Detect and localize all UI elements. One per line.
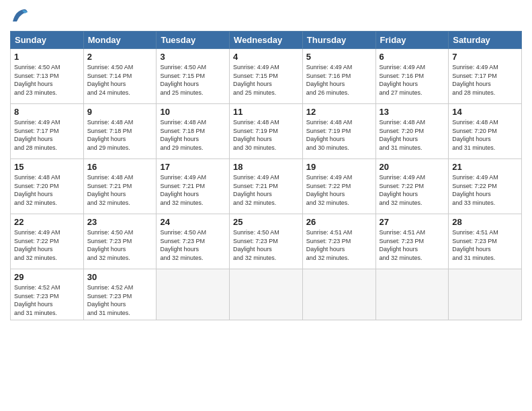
day-number: 23 (87, 217, 153, 227)
calendar-cell: 28 Sunrise: 4:51 AM Sunset: 7:23 PM Dayl… (449, 214, 522, 269)
day-info: Sunrise: 4:48 AM Sunset: 7:21 PM Dayligh… (87, 173, 153, 207)
header (10, 7, 522, 26)
day-number: 10 (160, 107, 226, 117)
day-info: Sunrise: 4:50 AM Sunset: 7:15 PM Dayligh… (160, 63, 226, 97)
calendar-cell: 15 Sunrise: 4:48 AM Sunset: 7:20 PM Dayl… (11, 159, 84, 214)
day-number: 20 (380, 162, 445, 172)
day-number: 25 (233, 217, 299, 227)
day-info: Sunrise: 4:49 AM Sunset: 7:15 PM Dayligh… (233, 63, 299, 97)
day-number: 22 (14, 217, 80, 227)
day-number: 5 (306, 52, 372, 62)
day-number: 19 (306, 162, 372, 172)
calendar-cell: 8 Sunrise: 4:49 AM Sunset: 7:17 PM Dayli… (11, 104, 84, 159)
day-info: Sunrise: 4:50 AM Sunset: 7:14 PM Dayligh… (87, 63, 153, 97)
weekday-header-thursday: Thursday (302, 32, 375, 49)
calendar-cell: 25 Sunrise: 4:50 AM Sunset: 7:23 PM Dayl… (230, 214, 303, 269)
day-number: 16 (87, 162, 153, 172)
calendar-cell: 7 Sunrise: 4:49 AM Sunset: 7:17 PM Dayli… (449, 49, 522, 104)
day-info: Sunrise: 4:51 AM Sunset: 7:23 PM Dayligh… (380, 228, 445, 262)
day-info: Sunrise: 4:48 AM Sunset: 7:19 PM Dayligh… (233, 118, 299, 152)
day-info: Sunrise: 4:49 AM Sunset: 7:22 PM Dayligh… (452, 173, 518, 207)
calendar-cell (230, 269, 303, 320)
day-info: Sunrise: 4:48 AM Sunset: 7:18 PM Dayligh… (87, 118, 153, 152)
calendar-cell: 12 Sunrise: 4:48 AM Sunset: 7:19 PM Dayl… (302, 104, 375, 159)
day-info: Sunrise: 4:48 AM Sunset: 7:20 PM Dayligh… (14, 173, 80, 207)
calendar-cell: 27 Sunrise: 4:51 AM Sunset: 7:23 PM Dayl… (375, 214, 449, 269)
day-info: Sunrise: 4:48 AM Sunset: 7:18 PM Dayligh… (160, 118, 226, 152)
calendar-cell: 13 Sunrise: 4:48 AM Sunset: 7:20 PM Dayl… (375, 104, 449, 159)
day-info: Sunrise: 4:49 AM Sunset: 7:16 PM Dayligh… (306, 63, 372, 97)
day-info: Sunrise: 4:49 AM Sunset: 7:22 PM Dayligh… (306, 173, 372, 207)
calendar-cell: 29 Sunrise: 4:52 AM Sunset: 7:23 PM Dayl… (11, 269, 84, 320)
calendar-cell: 6 Sunrise: 4:49 AM Sunset: 7:16 PM Dayli… (375, 49, 449, 104)
day-number: 3 (160, 52, 226, 62)
calendar-cell: 18 Sunrise: 4:49 AM Sunset: 7:21 PM Dayl… (230, 159, 303, 214)
calendar-cell: 3 Sunrise: 4:50 AM Sunset: 7:15 PM Dayli… (157, 49, 230, 104)
day-info: Sunrise: 4:48 AM Sunset: 7:19 PM Dayligh… (306, 118, 372, 152)
calendar-cell: 11 Sunrise: 4:48 AM Sunset: 7:19 PM Dayl… (230, 104, 303, 159)
calendar-cell: 14 Sunrise: 4:48 AM Sunset: 7:20 PM Dayl… (449, 104, 522, 159)
calendar-cell: 4 Sunrise: 4:49 AM Sunset: 7:15 PM Dayli… (230, 49, 303, 104)
day-info: Sunrise: 4:52 AM Sunset: 7:23 PM Dayligh… (14, 283, 80, 317)
calendar-cell: 5 Sunrise: 4:49 AM Sunset: 7:16 PM Dayli… (302, 49, 375, 104)
day-info: Sunrise: 4:49 AM Sunset: 7:17 PM Dayligh… (452, 63, 518, 97)
day-number: 1 (14, 52, 80, 62)
weekday-header-friday: Friday (375, 32, 449, 49)
day-number: 30 (87, 272, 153, 282)
weekday-header-saturday: Saturday (449, 32, 522, 49)
day-info: Sunrise: 4:49 AM Sunset: 7:21 PM Dayligh… (233, 173, 299, 207)
calendar-cell: 21 Sunrise: 4:49 AM Sunset: 7:22 PM Dayl… (449, 159, 522, 214)
calendar-cell (449, 269, 522, 320)
day-number: 4 (233, 52, 299, 62)
day-info: Sunrise: 4:49 AM Sunset: 7:16 PM Dayligh… (380, 63, 445, 97)
logo (10, 7, 30, 26)
day-number: 8 (14, 107, 80, 117)
calendar-cell: 20 Sunrise: 4:49 AM Sunset: 7:22 PM Dayl… (375, 159, 449, 214)
day-info: Sunrise: 4:50 AM Sunset: 7:13 PM Dayligh… (14, 63, 80, 97)
calendar-cell: 17 Sunrise: 4:49 AM Sunset: 7:21 PM Dayl… (157, 159, 230, 214)
day-number: 17 (160, 162, 226, 172)
day-info: Sunrise: 4:49 AM Sunset: 7:17 PM Dayligh… (14, 118, 80, 152)
day-number: 2 (87, 52, 153, 62)
calendar-cell: 30 Sunrise: 4:52 AM Sunset: 7:23 PM Dayl… (83, 269, 157, 320)
day-number: 21 (452, 162, 518, 172)
day-number: 18 (233, 162, 299, 172)
calendar-cell: 9 Sunrise: 4:48 AM Sunset: 7:18 PM Dayli… (83, 104, 157, 159)
page-container: SundayMondayTuesdayWednesdayThursdayFrid… (0, 0, 532, 411)
day-info: Sunrise: 4:49 AM Sunset: 7:22 PM Dayligh… (380, 173, 445, 207)
day-number: 9 (87, 107, 153, 117)
day-info: Sunrise: 4:49 AM Sunset: 7:21 PM Dayligh… (160, 173, 226, 207)
day-number: 27 (380, 217, 445, 227)
weekday-header-monday: Monday (83, 32, 157, 49)
day-number: 26 (306, 217, 372, 227)
day-info: Sunrise: 4:49 AM Sunset: 7:22 PM Dayligh… (14, 228, 80, 262)
logo-icon (10, 7, 29, 26)
day-number: 28 (452, 217, 518, 227)
day-number: 24 (160, 217, 226, 227)
calendar-cell (157, 269, 230, 320)
calendar: SundayMondayTuesdayWednesdayThursdayFrid… (10, 31, 522, 320)
calendar-cell: 23 Sunrise: 4:50 AM Sunset: 7:23 PM Dayl… (83, 214, 157, 269)
day-number: 15 (14, 162, 80, 172)
day-info: Sunrise: 4:51 AM Sunset: 7:23 PM Dayligh… (306, 228, 372, 262)
calendar-cell: 26 Sunrise: 4:51 AM Sunset: 7:23 PM Dayl… (302, 214, 375, 269)
day-number: 29 (14, 272, 80, 282)
weekday-header-wednesday: Wednesday (230, 32, 303, 49)
day-number: 7 (452, 52, 518, 62)
day-info: Sunrise: 4:50 AM Sunset: 7:23 PM Dayligh… (87, 228, 153, 262)
day-number: 12 (306, 107, 372, 117)
calendar-cell (302, 269, 375, 320)
calendar-cell: 19 Sunrise: 4:49 AM Sunset: 7:22 PM Dayl… (302, 159, 375, 214)
day-info: Sunrise: 4:50 AM Sunset: 7:23 PM Dayligh… (233, 228, 299, 262)
day-number: 14 (452, 107, 518, 117)
calendar-cell: 1 Sunrise: 4:50 AM Sunset: 7:13 PM Dayli… (11, 49, 84, 104)
day-number: 11 (233, 107, 299, 117)
day-info: Sunrise: 4:52 AM Sunset: 7:23 PM Dayligh… (87, 283, 153, 317)
calendar-cell (375, 269, 449, 320)
day-number: 6 (380, 52, 445, 62)
day-info: Sunrise: 4:50 AM Sunset: 7:23 PM Dayligh… (160, 228, 226, 262)
weekday-header-tuesday: Tuesday (157, 32, 230, 49)
weekday-header-sunday: Sunday (11, 32, 84, 49)
day-info: Sunrise: 4:48 AM Sunset: 7:20 PM Dayligh… (452, 118, 518, 152)
calendar-cell: 2 Sunrise: 4:50 AM Sunset: 7:14 PM Dayli… (83, 49, 157, 104)
